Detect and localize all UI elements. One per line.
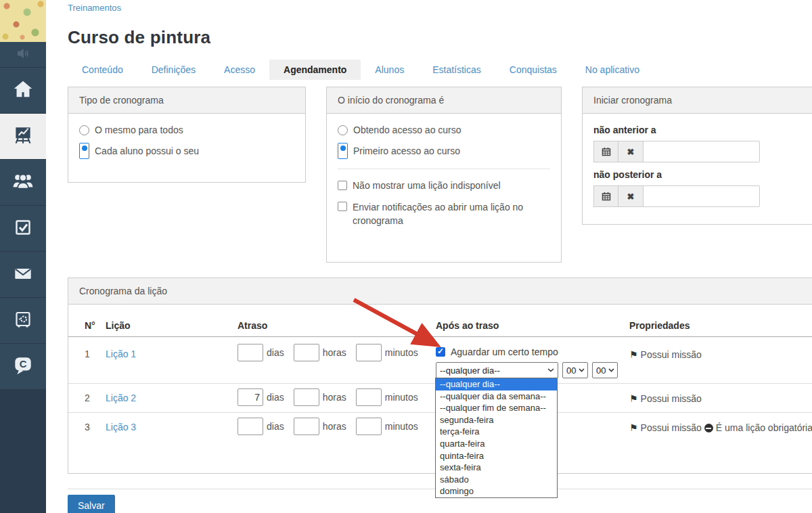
- days-input[interactable]: [238, 418, 263, 435]
- dropdown-option[interactable]: sexta-feira: [436, 462, 557, 474]
- svg-text:C: C: [20, 359, 27, 370]
- calendar-button[interactable]: [593, 185, 618, 207]
- mandatory-label: É uma lição obrigatória: [716, 422, 812, 433]
- tab-bar: Conteúdo Definições Acesso Agendamento A…: [68, 60, 654, 80]
- row-number: 3: [85, 422, 90, 432]
- lesson-link[interactable]: Lição 2: [106, 393, 136, 403]
- dropdown-option[interactable]: sábado: [436, 474, 557, 486]
- day-select-value: --qualquer dia--: [440, 365, 545, 376]
- checkbox-send-notifications[interactable]: Enviar notificações ao abrir uma lição n…: [338, 200, 550, 227]
- minute-select-value: 00: [596, 365, 606, 376]
- unit-label: dias: [267, 392, 284, 403]
- tab-conquistas[interactable]: Conquistas: [495, 60, 571, 80]
- sidebar-item-storage[interactable]: [0, 298, 46, 344]
- radio-option-first-access[interactable]: Primeiro acesso ao curso: [338, 143, 550, 159]
- sidebar-item-announcements[interactable]: [0, 42, 46, 68]
- checkbox-icon: [338, 181, 347, 190]
- has-mission-label: Possui missão: [641, 349, 702, 360]
- clear-date-button[interactable]: ✖: [618, 141, 644, 162]
- sidebar-item-users[interactable]: [0, 160, 46, 206]
- date-input-not-before[interactable]: [644, 141, 760, 162]
- row-number: 2: [85, 393, 90, 403]
- tab-no-aplicativo[interactable]: No aplicativo: [571, 60, 654, 80]
- hours-input[interactable]: [294, 344, 319, 361]
- sidebar-item-trainings[interactable]: [0, 114, 46, 160]
- has-mission-label: Possui missão: [641, 422, 702, 433]
- panel-title: Iniciar cronograma: [583, 87, 812, 114]
- date-group-not-before: ✖: [593, 141, 812, 162]
- sidebar-item-home[interactable]: [0, 68, 46, 114]
- dropdown-option[interactable]: quinta-feira: [436, 450, 557, 462]
- lesson-properties: ⚑Possui missão: [629, 347, 702, 362]
- minute-select[interactable]: 00: [592, 362, 618, 378]
- radio-icon: [79, 125, 89, 135]
- tab-acesso[interactable]: Acesso: [210, 60, 269, 80]
- radio-option-each-student[interactable]: Cada aluno possui o seu: [79, 143, 294, 159]
- safe-icon: [12, 309, 34, 333]
- tab-definicoes[interactable]: Definições: [137, 60, 210, 80]
- dropdown-option[interactable]: --qualquer dia--: [436, 378, 557, 391]
- sidebar-filler: [0, 390, 46, 513]
- minutes-input[interactable]: [356, 418, 382, 435]
- radio-option-same-for-all[interactable]: O mesmo para todos: [79, 125, 294, 135]
- flag-icon: ⚑: [629, 349, 638, 360]
- day-select[interactable]: --qualquer dia--: [436, 362, 558, 378]
- radio-option-get-access[interactable]: Obtendo acesso ao curso: [338, 125, 550, 135]
- radio-icon: [338, 125, 348, 135]
- lesson-properties: ⚑Possui missão: [629, 391, 702, 406]
- tab-agendamento[interactable]: Agendamento: [269, 60, 361, 80]
- dropdown-option[interactable]: quarta-feira: [436, 438, 557, 450]
- hour-select[interactable]: 00: [562, 362, 588, 378]
- flag-icon: ⚑: [629, 422, 638, 433]
- mandatory-icon: [704, 424, 713, 432]
- panel-title: Tipo de cronograma: [68, 87, 305, 114]
- minutes-input[interactable]: [356, 344, 382, 361]
- has-mission-label: Possui missão: [641, 393, 702, 404]
- calendar-button[interactable]: [593, 141, 618, 162]
- date-group-not-after: ✖: [593, 185, 812, 207]
- sidebar-item-tasks[interactable]: [0, 206, 46, 252]
- clear-date-button[interactable]: ✖: [618, 185, 644, 207]
- sidebar-item-messages[interactable]: [0, 252, 46, 298]
- column-header-lesson: Lição: [106, 320, 131, 331]
- column-header-properties: Propriedades: [629, 320, 690, 331]
- unit-label: minutos: [385, 421, 418, 432]
- hours-input[interactable]: [294, 418, 319, 435]
- header-divider: [68, 336, 812, 337]
- lesson-link[interactable]: Lição 3: [106, 422, 136, 432]
- envelope-icon: [12, 262, 35, 288]
- unit-label: minutos: [385, 392, 418, 403]
- hour-select-value: 00: [566, 365, 576, 376]
- dropdown-option[interactable]: terça-feira: [436, 426, 557, 438]
- breadcrumb[interactable]: Treinamentos: [68, 3, 121, 13]
- sidebar-item-chat[interactable]: C: [0, 344, 46, 390]
- minutes-input[interactable]: [356, 388, 382, 406]
- tab-estatisticas[interactable]: Estatísticas: [418, 60, 495, 80]
- dropdown-option[interactable]: --qualquer fim de semana--: [436, 402, 557, 414]
- clear-icon: ✖: [627, 147, 635, 157]
- checkbox-hide-unavailable[interactable]: Não mostrar uma lição indisponível: [338, 180, 550, 191]
- tab-conteudo[interactable]: Conteúdo: [68, 60, 137, 80]
- date-label-not-after: não posterior a: [593, 169, 812, 180]
- lesson-link[interactable]: Lição 1: [106, 349, 136, 359]
- days-input[interactable]: [238, 388, 263, 406]
- wait-checkbox[interactable]: Aguardar um certo tempo: [436, 347, 558, 357]
- save-button[interactable]: Salvar: [68, 495, 115, 513]
- dropdown-option[interactable]: segunda-feira: [436, 414, 557, 426]
- days-input[interactable]: [238, 344, 263, 361]
- dropdown-option[interactable]: domingo: [436, 485, 557, 497]
- column-header-number: N°: [85, 320, 95, 331]
- page-title: Curso de pintura: [68, 27, 210, 48]
- divider: [338, 169, 550, 169]
- panel-schedule-start: O início do cronograma é Obtendo acesso …: [326, 87, 562, 263]
- date-input-not-after[interactable]: [644, 185, 760, 207]
- dropdown-option[interactable]: --qualquer dia da semana--: [436, 391, 557, 403]
- clear-icon: ✖: [627, 192, 635, 202]
- logo-image: [0, 0, 46, 42]
- panel-title: O início do cronograma é: [327, 87, 561, 114]
- hours-input[interactable]: [294, 388, 319, 406]
- radio-icon-selected: [338, 143, 348, 159]
- unit-label: dias: [267, 421, 284, 432]
- tab-alunos[interactable]: Alunos: [361, 60, 418, 80]
- lesson-properties: ⚑Possui missãoÉ uma lição obrigatória: [629, 420, 812, 435]
